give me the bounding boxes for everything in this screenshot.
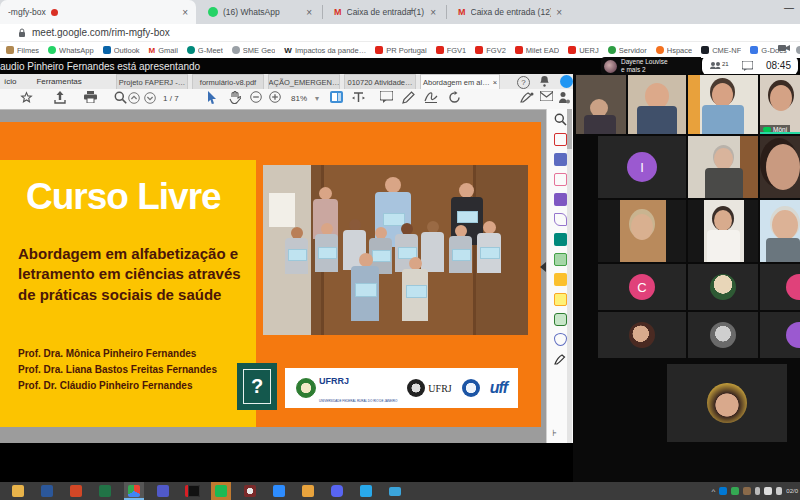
organize-pages-icon[interactable]	[554, 253, 567, 266]
participants-names-pill[interactable]: Dayene Louvisee mais 2	[601, 57, 701, 75]
create-pdf-icon[interactable]	[554, 153, 567, 166]
bookmark-covidnf[interactable]: Covid NF	[796, 46, 800, 55]
comment-tool-icon[interactable]	[554, 193, 567, 206]
chat-icon[interactable]	[742, 61, 753, 71]
camera-sharing-icon[interactable]	[778, 44, 790, 52]
participants-button[interactable]: 21	[709, 61, 729, 70]
page-number-field[interactable]: 1 / 7	[163, 94, 179, 103]
next-page-icon[interactable]	[144, 92, 156, 104]
taskbar-telegram[interactable]	[356, 482, 376, 500]
menu-tools[interactable]: Ferramentas	[26, 77, 91, 86]
fit-width-icon[interactable]	[352, 91, 365, 104]
comment-icon[interactable]	[380, 91, 393, 103]
bookmark-filmes[interactable]: Filmes	[6, 46, 39, 55]
page-view-icon[interactable]	[330, 91, 343, 103]
doc-tab-010720[interactable]: 010720 Atividade…	[344, 74, 416, 89]
doc-tab-close-icon[interactable]: ×	[493, 78, 497, 87]
bookmark-whatsapp[interactable]: WhatsApp	[48, 46, 94, 55]
participant-avatar-tile[interactable]	[760, 264, 800, 310]
help-icon[interactable]: ?	[517, 76, 530, 89]
address-bar[interactable]: meet.google.com/rim-mgfy-box	[0, 24, 800, 42]
bookmark-impactos[interactable]: WImpactos da pande…	[284, 46, 366, 55]
new-tab-button[interactable]: +	[404, 4, 420, 20]
participant-video[interactable]	[628, 75, 686, 134]
doc-tab-projeto[interactable]: Projeto FAPERJ -…	[116, 74, 188, 89]
speaker-icon[interactable]	[776, 487, 782, 495]
pdf-scrollbar-thumb[interactable]	[567, 109, 572, 149]
participant-avatar-tile[interactable]	[760, 312, 800, 358]
panel-collapse-handle[interactable]	[540, 262, 546, 272]
fill-sign-pen-icon[interactable]	[520, 91, 534, 103]
tab-close-icon[interactable]: ×	[430, 7, 436, 18]
export-pdf-icon[interactable]	[554, 133, 567, 146]
zoom-level-field[interactable]: 81%	[291, 94, 307, 103]
taskbar-powerpoint[interactable]	[66, 482, 86, 500]
doc-tab-abordagem[interactable]: Abordagem em al…×	[420, 74, 500, 89]
search-icon[interactable]	[114, 91, 127, 104]
participant-video[interactable]	[760, 200, 800, 262]
participant-video[interactable]	[760, 136, 800, 198]
favorite-star-icon[interactable]	[20, 91, 33, 104]
bookmark-miletead[interactable]: Milet EAD	[515, 46, 559, 55]
search-tool-icon[interactable]	[554, 113, 567, 126]
rail-collapse-icon[interactable]: ⊦	[552, 428, 557, 438]
compress-pdf-icon[interactable]	[554, 273, 567, 286]
taskbar-discord[interactable]	[327, 482, 347, 500]
bell-icon[interactable]	[540, 76, 549, 87]
taskbar-app-circle[interactable]	[240, 482, 260, 500]
participant-avatar-tile[interactable]	[667, 364, 787, 442]
bookmark-cmenf[interactable]: CME-NF	[701, 46, 741, 55]
taskbar-mail[interactable]	[385, 482, 405, 500]
print-production-icon[interactable]	[554, 313, 567, 326]
window-minimize-button[interactable]: —	[782, 2, 796, 16]
bookmark-fgv1[interactable]: FGV1	[436, 46, 467, 55]
bookmark-gmail[interactable]: MGmail	[149, 46, 178, 55]
participant-video[interactable]	[598, 200, 686, 262]
bookmark-outlook[interactable]: Outlook	[103, 46, 140, 55]
pencil-icon[interactable]	[402, 91, 415, 104]
bookmark-fgv2[interactable]: FGV2	[475, 46, 506, 55]
rotate-icon[interactable]	[448, 91, 461, 104]
account-avatar[interactable]	[560, 75, 573, 88]
taskbar-netflix[interactable]	[182, 482, 202, 500]
taskbar-chrome[interactable]	[124, 482, 144, 500]
participant-avatar-tile[interactable]: C	[598, 264, 686, 310]
more-tools-icon[interactable]	[554, 353, 567, 365]
bookmark-servidor[interactable]: Servidor	[608, 46, 647, 55]
previous-page-icon[interactable]	[128, 92, 140, 104]
participant-avatar-tile[interactable]	[688, 264, 758, 310]
tray-expand-icon[interactable]: ^	[712, 487, 716, 496]
taskbar-app-orange[interactable]	[298, 482, 318, 500]
bookmark-hspace[interactable]: Hspace	[656, 46, 692, 55]
print-icon[interactable]	[84, 91, 97, 103]
taskbar-excel[interactable]	[95, 482, 115, 500]
stamp-tool-icon[interactable]	[554, 293, 567, 306]
bookmark-gmeet[interactable]: G-Meet	[187, 46, 223, 55]
pdf-scrollbar[interactable]	[567, 109, 572, 443]
taskbar-word[interactable]	[37, 482, 57, 500]
participant-avatar-tile[interactable]	[598, 312, 686, 358]
menu-home[interactable]: ício	[0, 77, 26, 86]
edit-pdf-icon[interactable]	[554, 173, 567, 186]
tray-chat-icon[interactable]	[764, 487, 772, 495]
taskbar-explorer[interactable]	[8, 482, 28, 500]
doc-tab-formulario[interactable]: formulário-v8.pdf	[192, 74, 264, 89]
browser-tab-meet[interactable]: -mgfy-box ×	[0, 0, 196, 24]
browser-tab-gmail-1[interactable]: M Caixa de entrada (1) - marcelo… ×	[326, 0, 444, 24]
envelope-icon[interactable]	[540, 91, 553, 101]
browser-tab-gmail-2[interactable]: M Caixa de entrada (12) - marcelo… ×	[450, 0, 570, 24]
bookmark-smegeo[interactable]: SME Geo	[232, 46, 276, 55]
bookmark-uerj[interactable]: UERJ	[568, 46, 599, 55]
participant-video[interactable]	[576, 75, 626, 134]
combine-files-icon[interactable]	[554, 233, 567, 246]
taskbar-spotify[interactable]	[211, 482, 231, 500]
protect-tool-icon[interactable]	[554, 333, 567, 346]
tab-close-icon[interactable]: ×	[182, 7, 188, 18]
hand-tool-icon[interactable]	[229, 91, 241, 104]
browser-tab-whatsapp[interactable]: (16) WhatsApp ×	[200, 0, 320, 24]
doc-tab-acao[interactable]: AÇÃO_EMERGEN…	[268, 74, 340, 89]
tray-app-icon[interactable]	[743, 487, 751, 495]
select-cursor-icon[interactable]	[207, 91, 217, 104]
skype-icon[interactable]	[719, 487, 727, 495]
microphone-icon[interactable]	[755, 487, 760, 495]
